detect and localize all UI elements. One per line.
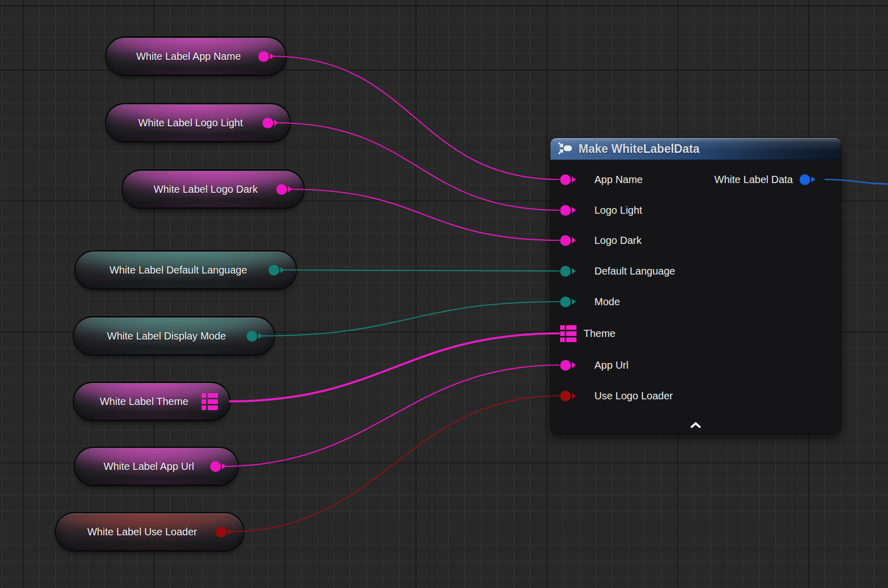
pin-circle bbox=[276, 184, 287, 195]
input-pin[interactable] bbox=[560, 235, 576, 246]
struct-grid-icon[interactable] bbox=[202, 393, 218, 410]
input-pin-row: Use Logo Loader bbox=[560, 388, 673, 404]
input-pin[interactable] bbox=[560, 360, 576, 371]
var-node-white-label-display-mode[interactable]: White Label Display Mode bbox=[74, 318, 274, 354]
pin-arrow bbox=[572, 299, 576, 305]
pin-circle bbox=[560, 205, 571, 216]
pin-circle bbox=[269, 265, 279, 276]
var-node-white-label-logo-dark[interactable]: White Label Logo Dark bbox=[123, 171, 303, 208]
input-pin-label: Logo Light bbox=[594, 205, 642, 216]
make-struct-icon bbox=[558, 142, 573, 157]
output-pin-row: White Label Data bbox=[715, 171, 827, 188]
var-node-label: White Label Logo Light bbox=[106, 117, 262, 129]
var-node-white-label-use-loader[interactable]: White Label Use Loader bbox=[56, 513, 243, 550]
collapse-node-button[interactable] bbox=[684, 421, 707, 429]
input-pin[interactable] bbox=[560, 205, 576, 216]
pin-arrow bbox=[572, 362, 576, 368]
var-node-label: White Label App Url bbox=[75, 461, 210, 472]
input-pin-row: App Url bbox=[560, 357, 629, 373]
pin-arrow bbox=[572, 268, 576, 274]
input-pin-label: Logo Dark bbox=[594, 235, 641, 246]
output-pin[interactable] bbox=[800, 174, 815, 185]
blueprint-graph-canvas[interactable]: White Label App NameWhite Label Logo Lig… bbox=[0, 0, 888, 588]
input-pin-row: Logo Light bbox=[560, 202, 642, 218]
pin-circle bbox=[262, 118, 273, 128]
input-pin[interactable] bbox=[560, 297, 576, 307]
var-node-label: White Label App Name bbox=[106, 51, 258, 62]
input-pin[interactable] bbox=[560, 391, 576, 401]
var-node-label: White Label Use Loader bbox=[56, 526, 216, 538]
pin-arrow bbox=[572, 176, 576, 183]
node-title: Make WhiteLabelData bbox=[579, 142, 699, 156]
pin-circle bbox=[560, 174, 571, 185]
nodes-layer: White Label App NameWhite Label Logo Lig… bbox=[0, 0, 888, 588]
theme-struct-pin[interactable] bbox=[560, 325, 576, 342]
output-pin-label: White Label Data bbox=[715, 174, 793, 186]
var-node-white-label-logo-light[interactable]: White Label Logo Light bbox=[106, 104, 290, 141]
input-pin[interactable] bbox=[560, 174, 576, 185]
var-node-label: White Label Theme bbox=[74, 396, 202, 408]
struct-grid-icon[interactable] bbox=[560, 325, 576, 342]
pin-circle bbox=[247, 331, 257, 342]
node-header[interactable]: Make WhiteLabelData bbox=[550, 138, 841, 160]
pin-circle bbox=[560, 391, 571, 401]
input-pin-row: App Name bbox=[560, 171, 643, 188]
input-pin-row: Mode bbox=[560, 293, 620, 310]
pin-arrow bbox=[572, 393, 576, 399]
var-node-label: White Label Logo Dark bbox=[123, 184, 276, 195]
pin-arrow bbox=[811, 176, 815, 183]
pin-arrow bbox=[572, 237, 576, 243]
pin-circle bbox=[216, 527, 227, 537]
pin-circle bbox=[800, 174, 810, 185]
pin-circle bbox=[258, 51, 269, 62]
input-pin-row: Default Language bbox=[560, 263, 675, 279]
pin-circle bbox=[560, 297, 571, 307]
pin-circle bbox=[560, 235, 571, 246]
input-pin-label: App Name bbox=[594, 174, 643, 186]
make-whitelabeldata-node[interactable]: Make WhiteLabelDataApp NameLogo LightLog… bbox=[550, 138, 841, 434]
var-node-label: White Label Display Mode bbox=[74, 330, 247, 342]
var-node-white-label-default-language[interactable]: White Label Default Language bbox=[76, 252, 296, 288]
white-label-theme-output-pin[interactable] bbox=[202, 393, 218, 410]
input-pin-row: Logo Dark bbox=[560, 232, 641, 248]
pin-circle bbox=[560, 266, 571, 277]
input-pin-label: Mode bbox=[594, 296, 620, 308]
input-pin-label: Use Logo Loader bbox=[594, 390, 673, 402]
input-pin-label: Theme bbox=[584, 328, 615, 340]
input-pin-label: Default Language bbox=[594, 265, 675, 277]
pin-circle bbox=[210, 461, 221, 472]
input-pin[interactable] bbox=[560, 266, 576, 277]
var-node-white-label-app-name[interactable]: White Label App Name bbox=[106, 38, 285, 75]
var-node-white-label-app-url[interactable]: White Label App Url bbox=[75, 448, 237, 485]
var-node-white-label-theme[interactable]: White Label Theme bbox=[74, 383, 229, 420]
input-pin-row: Theme bbox=[560, 325, 615, 342]
var-node-label: White Label Default Language bbox=[76, 264, 269, 276]
input-pin-label: App Url bbox=[594, 359, 629, 371]
pin-arrow bbox=[572, 207, 576, 213]
pin-circle bbox=[560, 360, 571, 371]
